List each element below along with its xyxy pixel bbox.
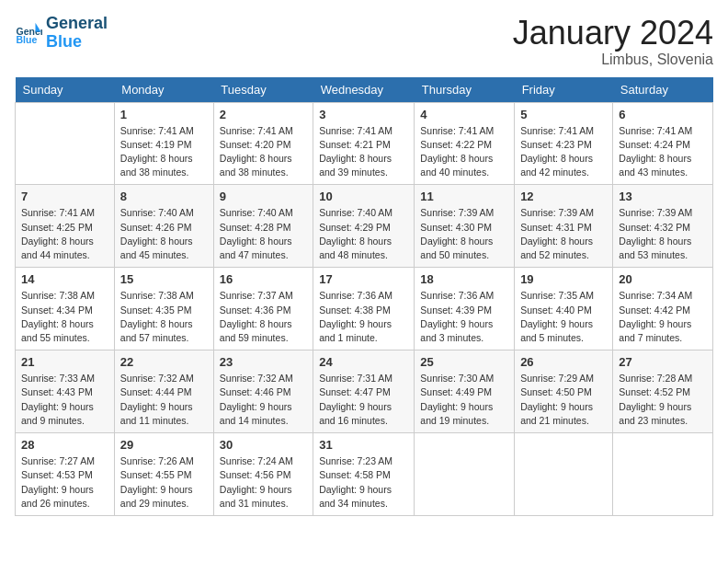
day-number: 25 [420,355,508,369]
day-info: Sunrise: 7:41 AM Sunset: 4:25 PM Dayligh… [21,206,108,262]
calendar-week-row: 21Sunrise: 7:33 AM Sunset: 4:43 PM Dayli… [16,350,713,433]
logo-general: General [46,15,108,33]
weekday-header-friday: Friday [515,77,613,103]
calendar-cell [415,433,515,516]
day-info: Sunrise: 7:24 AM Sunset: 4:56 PM Dayligh… [220,454,307,511]
calendar-week-row: 28Sunrise: 7:27 AM Sunset: 4:53 PM Dayli… [16,433,713,516]
page-header: General Blue General Blue January 2024 L… [15,15,713,68]
weekday-header-sunday: Sunday [16,77,115,103]
day-info: Sunrise: 7:33 AM Sunset: 4:43 PM Dayligh… [21,372,108,428]
calendar-cell: 24Sunrise: 7:31 AM Sunset: 4:47 PM Dayli… [313,350,415,433]
calendar-cell: 9Sunrise: 7:40 AM Sunset: 4:28 PM Daylig… [213,185,313,268]
day-number: 11 [420,190,508,203]
day-info: Sunrise: 7:39 AM Sunset: 4:30 PM Dayligh… [420,206,508,262]
weekday-header-wednesday: Wednesday [313,77,415,103]
day-info: Sunrise: 7:23 AM Sunset: 4:58 PM Dayligh… [319,454,408,511]
calendar-cell: 7Sunrise: 7:41 AM Sunset: 4:25 PM Daylig… [16,185,115,268]
day-number: 28 [21,438,108,452]
weekday-header-monday: Monday [114,77,213,103]
day-info: Sunrise: 7:39 AM Sunset: 4:32 PM Dayligh… [619,206,707,262]
calendar-cell: 8Sunrise: 7:40 AM Sunset: 4:26 PM Daylig… [114,185,213,268]
day-info: Sunrise: 7:28 AM Sunset: 4:52 PM Dayligh… [619,372,707,428]
day-number: 31 [319,438,408,452]
calendar-cell: 28Sunrise: 7:27 AM Sunset: 4:53 PM Dayli… [16,433,115,516]
calendar-week-row: 14Sunrise: 7:38 AM Sunset: 4:34 PM Dayli… [16,268,713,350]
calendar-cell: 3Sunrise: 7:41 AM Sunset: 4:21 PM Daylig… [313,102,415,185]
day-info: Sunrise: 7:41 AM Sunset: 4:21 PM Dayligh… [319,124,408,180]
day-number: 17 [319,272,408,286]
day-number: 5 [520,108,607,121]
calendar-header: SundayMondayTuesdayWednesdayThursdayFrid… [16,77,713,103]
calendar-cell: 26Sunrise: 7:29 AM Sunset: 4:50 PM Dayli… [515,350,613,433]
day-number: 16 [220,272,307,286]
day-number: 13 [619,190,707,203]
day-number: 10 [319,190,408,203]
calendar-cell [515,433,613,516]
day-number: 29 [120,438,208,452]
day-info: Sunrise: 7:41 AM Sunset: 4:23 PM Dayligh… [520,124,607,180]
day-number: 1 [120,108,208,121]
day-number: 21 [21,355,108,369]
day-number: 7 [21,190,108,203]
day-info: Sunrise: 7:35 AM Sunset: 4:40 PM Dayligh… [520,289,607,345]
day-info: Sunrise: 7:30 AM Sunset: 4:49 PM Dayligh… [420,372,508,428]
weekday-header-saturday: Saturday [613,77,713,103]
day-info: Sunrise: 7:36 AM Sunset: 4:38 PM Dayligh… [319,289,408,345]
day-info: Sunrise: 7:34 AM Sunset: 4:42 PM Dayligh… [619,289,707,345]
calendar-cell: 14Sunrise: 7:38 AM Sunset: 4:34 PM Dayli… [16,268,115,350]
calendar-cell: 4Sunrise: 7:41 AM Sunset: 4:22 PM Daylig… [415,102,515,185]
day-number: 22 [120,355,208,369]
day-number: 8 [120,190,208,203]
day-info: Sunrise: 7:38 AM Sunset: 4:35 PM Dayligh… [120,289,208,345]
calendar-cell: 29Sunrise: 7:26 AM Sunset: 4:55 PM Dayli… [114,433,213,516]
calendar-cell: 17Sunrise: 7:36 AM Sunset: 4:38 PM Dayli… [313,268,415,350]
day-number: 9 [220,190,307,203]
calendar-cell: 19Sunrise: 7:35 AM Sunset: 4:40 PM Dayli… [515,268,613,350]
calendar-cell: 5Sunrise: 7:41 AM Sunset: 4:23 PM Daylig… [515,102,613,185]
calendar-cell: 12Sunrise: 7:39 AM Sunset: 4:31 PM Dayli… [515,185,613,268]
day-info: Sunrise: 7:38 AM Sunset: 4:34 PM Dayligh… [21,289,108,345]
day-info: Sunrise: 7:32 AM Sunset: 4:44 PM Dayligh… [120,372,208,428]
day-number: 23 [220,355,307,369]
logo-blue: Blue [46,33,108,52]
day-number: 2 [220,108,307,121]
day-number: 30 [220,438,307,452]
calendar-body: 1Sunrise: 7:41 AM Sunset: 4:19 PM Daylig… [16,102,713,515]
calendar-cell: 10Sunrise: 7:40 AM Sunset: 4:29 PM Dayli… [313,185,415,268]
day-info: Sunrise: 7:36 AM Sunset: 4:39 PM Dayligh… [420,289,508,345]
calendar-cell: 13Sunrise: 7:39 AM Sunset: 4:32 PM Dayli… [613,185,713,268]
svg-text:Blue: Blue [17,33,38,44]
month-year: January 2024 [513,15,713,52]
day-info: Sunrise: 7:37 AM Sunset: 4:36 PM Dayligh… [220,289,307,345]
day-info: Sunrise: 7:41 AM Sunset: 4:24 PM Dayligh… [619,124,707,180]
location: Limbus, Slovenia [513,52,713,68]
day-info: Sunrise: 7:41 AM Sunset: 4:22 PM Dayligh… [420,124,508,180]
day-number: 24 [319,355,408,369]
calendar-cell: 20Sunrise: 7:34 AM Sunset: 4:42 PM Dayli… [613,268,713,350]
calendar-cell [16,102,115,185]
day-info: Sunrise: 7:31 AM Sunset: 4:47 PM Dayligh… [319,372,408,428]
calendar-cell: 27Sunrise: 7:28 AM Sunset: 4:52 PM Dayli… [613,350,713,433]
calendar-cell: 18Sunrise: 7:36 AM Sunset: 4:39 PM Dayli… [415,268,515,350]
day-number: 27 [619,355,707,369]
day-number: 6 [619,108,707,121]
calendar-cell: 30Sunrise: 7:24 AM Sunset: 4:56 PM Dayli… [213,433,313,516]
day-info: Sunrise: 7:40 AM Sunset: 4:29 PM Dayligh… [319,206,408,262]
day-number: 3 [319,108,408,121]
day-info: Sunrise: 7:41 AM Sunset: 4:20 PM Dayligh… [220,124,307,180]
day-info: Sunrise: 7:41 AM Sunset: 4:19 PM Dayligh… [120,124,208,180]
calendar-cell: 15Sunrise: 7:38 AM Sunset: 4:35 PM Dayli… [114,268,213,350]
calendar-week-row: 7Sunrise: 7:41 AM Sunset: 4:25 PM Daylig… [16,185,713,268]
calendar-cell: 21Sunrise: 7:33 AM Sunset: 4:43 PM Dayli… [16,350,115,433]
day-number: 18 [420,272,508,286]
calendar-table: SundayMondayTuesdayWednesdayThursdayFrid… [15,77,713,516]
day-number: 12 [520,190,607,203]
day-number: 19 [520,272,607,286]
calendar-cell: 31Sunrise: 7:23 AM Sunset: 4:58 PM Dayli… [313,433,415,516]
day-number: 26 [520,355,607,369]
day-info: Sunrise: 7:26 AM Sunset: 4:55 PM Dayligh… [120,454,208,511]
day-number: 15 [120,272,208,286]
calendar-cell: 11Sunrise: 7:39 AM Sunset: 4:30 PM Dayli… [415,185,515,268]
day-info: Sunrise: 7:32 AM Sunset: 4:46 PM Dayligh… [220,372,307,428]
calendar-week-row: 1Sunrise: 7:41 AM Sunset: 4:19 PM Daylig… [16,102,713,185]
